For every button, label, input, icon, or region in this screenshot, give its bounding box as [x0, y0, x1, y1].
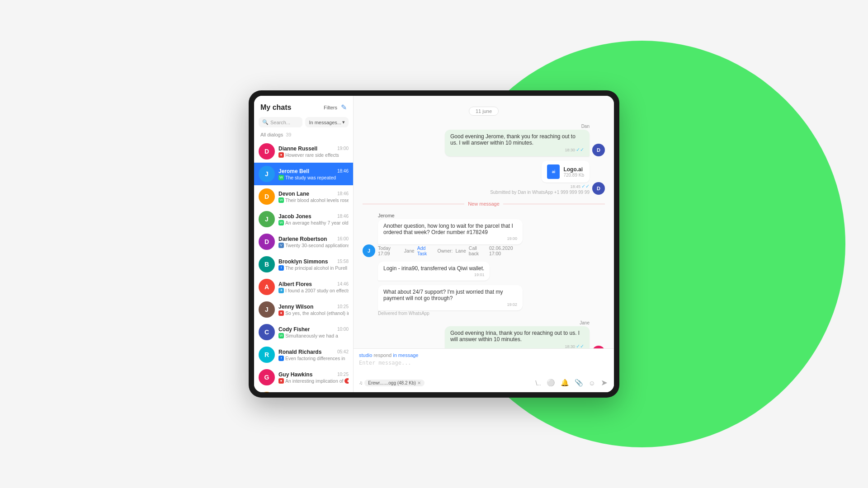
task-callback-time: 02.06.2020 17:00	[489, 245, 523, 256]
chat-list: D Dianne Russell 19:00 ● However rare si…	[254, 140, 353, 392]
sender-name: Jane	[580, 320, 590, 325]
chat-name: Devon Lane	[278, 191, 309, 197]
message-time: 19:00	[383, 236, 517, 241]
filters-button[interactable]: Filters	[324, 105, 337, 110]
chat-name: Cody Fisher	[278, 326, 310, 333]
read-check-icon: ✓✓	[576, 147, 584, 153]
chat-preview: ✈ I found a 2007 study on effects	[278, 288, 349, 293]
chat-info: Ronald Richards 05:42 f Even factoring d…	[278, 349, 349, 361]
respond-studio: studio	[359, 352, 372, 358]
task-row: Today 17:09 Jane Add Task Owner: Lane Ca…	[378, 244, 523, 257]
chat-preview: V Twenty 30-second applications	[278, 243, 349, 248]
chat-preview: W An average healthy 7 year old	[278, 220, 349, 225]
chat-info: Albert Flores 14:46 ✈ I found a 2007 stu…	[278, 281, 349, 293]
record-icon-button[interactable]: ⚪	[546, 378, 556, 388]
chat-list-item[interactable]: C Cody Fisher 10:00 W Simultaneously we …	[254, 321, 353, 343]
add-task-link[interactable]: Add Task	[417, 245, 435, 256]
emoji-icon-button[interactable]: ☺	[588, 378, 596, 388]
preview-text: Twenty 30-second applications	[285, 243, 349, 248]
message-row-outgoing-jane: J Jane Good evening Irina, thank you for…	[363, 320, 605, 348]
chat-info: Cody Fisher 10:00 W Simultaneously we ha…	[278, 326, 349, 338]
avatar: R	[259, 347, 275, 363]
read-check-icon: ✓✓	[576, 343, 584, 348]
unread-badge: ●	[344, 378, 349, 384]
chat-info: Jenny Wilson 10:25 ● So yes, the alcohol…	[278, 304, 349, 316]
chat-list-item[interactable]: J Jerome Bell 18:46 W The study was repe…	[254, 163, 353, 185]
all-dialogs-row: All dialogs 39	[254, 131, 353, 140]
chevron-down-icon: ▾	[342, 119, 345, 125]
preview-text: Even factoring differences in	[285, 356, 345, 361]
chat-time: 16:00	[337, 236, 349, 241]
chat-list-item[interactable]: A Albert Flores 14:46 ✈ I found a 2007 s…	[254, 276, 353, 298]
avatar: D	[259, 188, 275, 205]
platform-icon: ●	[278, 310, 284, 316]
message-time: 19:02	[383, 302, 517, 307]
message-bubble: What about 24/7 support? I'm just worrie…	[378, 285, 523, 310]
compose-icon[interactable]: ✎	[341, 103, 347, 112]
input-icons: \.. ⚪ 🔔 📎 ☺ ➤	[534, 377, 609, 389]
file-icon: ai	[547, 164, 560, 179]
respond-link[interactable]: in message	[393, 352, 418, 358]
audio-filename: Erewr.......ogg (48.2 Kb)	[368, 380, 416, 385]
message-info: Login - irina90, transferred via Qiwi wa…	[378, 262, 490, 281]
file-attachment: ai Logo.ai 720.89 Kb	[542, 161, 590, 183]
chat-list-item[interactable]: R Ralph Edwards 10:25 ● So yes, the alco…	[254, 389, 353, 392]
platform-icon: ●	[278, 152, 284, 158]
chat-info: Brooklyn Simmons 15:58 f The principal a…	[278, 258, 349, 271]
platform-icon: W	[278, 333, 284, 338]
preview-text: Simultaneously we had a	[285, 333, 338, 338]
message-row-plain: Login - irina90, transferred via Qiwi wa…	[363, 262, 605, 281]
chat-preview: W The study was repeated	[278, 175, 349, 180]
message-info-file: ai Logo.ai 720.89 Kb 18:45 ✓✓ Submitted …	[490, 161, 590, 195]
chat-preview: W Their blood alcohol levels rose	[278, 197, 349, 203]
chat-name: Guy Hawkins	[278, 371, 312, 378]
main-chat: 11 june D Dan Good evening Jerome, thank…	[354, 96, 614, 392]
message-input[interactable]	[359, 360, 609, 372]
bell-icon-button[interactable]: 🔔	[560, 378, 570, 388]
search-filter-dropdown[interactable]: In messages... ▾	[305, 117, 349, 127]
task-owner: Lane	[455, 248, 466, 253]
chat-preview: f Even factoring differences in	[278, 356, 349, 361]
chat-list-item[interactable]: J Jenny Wilson 10:25 ● So yes, the alcoh…	[254, 298, 353, 321]
sidebar-actions: Filters ✎	[324, 103, 347, 112]
chat-info: Devon Lane 18:46 W Their blood alcohol l…	[278, 191, 349, 203]
message-row-incoming: J Jerome Another question, how long to w…	[363, 213, 605, 257]
wave-icon-button[interactable]: \..	[534, 378, 542, 388]
attach-icon-button[interactable]: 📎	[574, 378, 584, 388]
file-details: Logo.ai 720.89 Kb	[563, 166, 584, 178]
app-screen: My chats Filters ✎ 🔍 Search... In messag…	[254, 96, 614, 392]
sender-label: Jerome	[378, 213, 395, 218]
message-bubble: Another question, how long to wait for t…	[378, 219, 523, 244]
chat-name: Jacob Jones	[278, 213, 311, 220]
sender-avatar: J	[363, 244, 375, 257]
sidebar: My chats Filters ✎ 🔍 Search... In messag…	[254, 96, 354, 392]
search-input-wrap[interactable]: 🔍 Search...	[259, 117, 302, 127]
chat-time: 18:46	[337, 169, 349, 174]
preview-text: Their blood alcohol levels rose	[285, 197, 349, 203]
chat-list-item[interactable]: B Brooklyn Simmons 15:58 f The principal…	[254, 253, 353, 276]
avatar: D	[259, 143, 275, 160]
chat-list-item[interactable]: D Devon Lane 18:46 W Their blood alcohol…	[254, 185, 353, 208]
chat-list-item[interactable]: J Jacob Jones 18:46 W An average healthy…	[254, 208, 353, 230]
chat-preview: ● However rare side effects	[278, 152, 349, 158]
chat-list-item[interactable]: G Guy Hawkins 10:25 ● An interesting imp…	[254, 366, 353, 389]
message-row-file: D ai Logo.ai 720.89 Kb 18:45 ✓✓	[363, 161, 605, 195]
task-owner-label: Owner:	[438, 248, 453, 253]
chat-time: 18:46	[337, 191, 349, 196]
platform-icon: W	[278, 175, 284, 180]
chat-list-item[interactable]: D Darlene Robertson 16:00 V Twenty 30-se…	[254, 230, 353, 253]
send-button[interactable]: ➤	[600, 377, 609, 389]
search-icon: 🔍	[262, 119, 269, 125]
chat-list-item[interactable]: D Dianne Russell 19:00 ● However rare si…	[254, 140, 353, 163]
task-callback-label: Call back	[469, 245, 486, 256]
preview-text: I found a 2007 study on effects	[285, 288, 349, 293]
audio-file-remove[interactable]: ✕	[417, 380, 421, 385]
chat-row1: Darlene Robertson 16:00	[278, 236, 349, 242]
chat-row1: Guy Hawkins 10:25	[278, 371, 349, 378]
chat-info: Jerome Bell 18:46 W The study was repeat…	[278, 168, 349, 180]
chat-name: Jenny Wilson	[278, 304, 313, 310]
chat-row1: Jenny Wilson 10:25	[278, 304, 349, 310]
all-dialogs-label: All dialogs	[260, 132, 283, 137]
chat-list-item[interactable]: R Ronald Richards 05:42 f Even factoring…	[254, 343, 353, 366]
avatar: D	[259, 234, 275, 250]
